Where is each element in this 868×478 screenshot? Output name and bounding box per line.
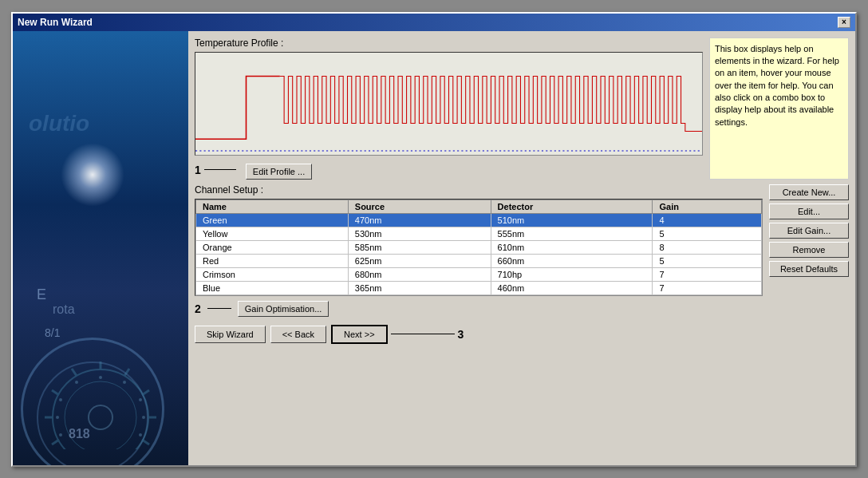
svg-line-4 — [124, 369, 129, 376]
cell-detector: 660nm — [491, 254, 653, 267]
next-button[interactable]: Next >> — [331, 325, 388, 344]
back-button[interactable]: << Back — [270, 326, 326, 343]
annotation-line-3 — [391, 334, 455, 334]
main-content: Temperature Profile : — [188, 31, 855, 465]
svg-line-7 — [142, 440, 149, 444]
create-new-button[interactable]: Create New... — [769, 184, 849, 200]
cell-detector: 710hp — [491, 267, 653, 281]
svg-line-11 — [52, 440, 59, 444]
svg-point-25 — [59, 398, 62, 401]
chart-container — [195, 52, 703, 156]
cell-name: Green — [196, 213, 349, 227]
cell-source: 680nm — [348, 267, 491, 281]
gain-optimisation-button[interactable]: Gain Optimisation... — [238, 301, 329, 317]
chart-area: Temperature Profile : — [195, 38, 703, 180]
watermark-text: olutio — [29, 111, 89, 136]
cell-name: Yellow — [196, 227, 349, 240]
col-header-gain: Gain — [653, 199, 762, 213]
svg-point-24 — [56, 416, 59, 419]
table-row[interactable]: Orange585nm610nm8 — [196, 240, 762, 254]
table-row[interactable]: Crimson680nm710hp7 — [196, 267, 762, 281]
table-row[interactable]: Yellow530nm555nm5 — [196, 227, 762, 240]
svg-point-15 — [99, 376, 102, 379]
cell-gain: 5 — [653, 254, 762, 267]
close-button[interactable]: × — [838, 17, 850, 28]
cell-gain: 7 — [653, 281, 762, 294]
cell-gain: 5 — [653, 227, 762, 240]
help-text: This box displays help on elements in th… — [715, 44, 839, 127]
channel-table: Name Source Detector Gain Green470nm510n… — [195, 199, 762, 295]
title-bar: New Run Wizard × — [13, 14, 855, 31]
cell-name: Orange — [196, 240, 349, 254]
cell-name: Crimson — [196, 267, 349, 281]
edit-profile-button[interactable]: Edit Profile ... — [246, 164, 312, 180]
channel-table-wrap: Name Source Detector Gain Green470nm510n… — [195, 199, 763, 296]
reset-defaults-button[interactable]: Reset Defaults — [769, 261, 849, 277]
window-title: New Run Wizard — [18, 17, 93, 28]
svg-point-18 — [142, 416, 145, 419]
svg-line-14 — [72, 369, 77, 376]
svg-point-19 — [139, 433, 142, 437]
label-81: 8/1 — [45, 326, 60, 339]
label-e: E — [37, 286, 46, 303]
cell-source: 365nm — [348, 281, 491, 294]
svg-point-23 — [59, 433, 62, 437]
svg-point-26 — [75, 381, 78, 384]
table-row[interactable]: Green470nm510nm4 — [196, 213, 762, 227]
top-section: Temperature Profile : — [195, 38, 849, 180]
gain-row: 2 Gain Optimisation... — [195, 301, 849, 317]
main-window: New Run Wizard × olutio E rota 8/1 — [11, 12, 857, 467]
channel-section: Channel Setup : Name Source Detector Gai… — [195, 184, 849, 296]
cell-source: 470nm — [348, 213, 491, 227]
svg-line-5 — [142, 390, 149, 395]
skip-wizard-button[interactable]: Skip Wizard — [195, 326, 266, 343]
edit-button[interactable]: Edit... — [769, 203, 849, 219]
channel-left: Channel Setup : Name Source Detector Gai… — [195, 184, 763, 296]
remove-button[interactable]: Remove — [769, 242, 849, 258]
annotation-line-1 — [204, 169, 236, 170]
svg-line-13 — [52, 390, 59, 395]
col-header-name: Name — [196, 199, 349, 213]
channel-setup-title: Channel Setup : — [195, 184, 763, 196]
cell-name: Blue — [196, 281, 349, 294]
table-header-row: Name Source Detector Gain — [196, 199, 762, 213]
edit-gain-button[interactable]: Edit Gain... — [769, 223, 849, 239]
cell-detector: 555nm — [491, 227, 653, 240]
cell-gain: 7 — [653, 267, 762, 281]
next-annotation: Next >> 3 — [331, 325, 464, 344]
cell-gain: 4 — [653, 213, 762, 227]
label-rota: rota — [53, 302, 75, 317]
cell-source: 530nm — [348, 227, 491, 240]
annotation-3-group: 3 — [391, 328, 464, 341]
svg-point-2 — [89, 405, 112, 429]
col-header-detector: Detector — [491, 199, 653, 213]
gear-svg — [21, 354, 180, 449]
annotation-line-2 — [207, 308, 231, 309]
temperature-chart — [195, 53, 702, 155]
table-row[interactable]: Blue365nm460nm7 — [196, 281, 762, 294]
cell-source: 585nm — [348, 240, 491, 254]
footer-buttons: Skip Wizard << Back Next >> 3 — [195, 325, 849, 344]
svg-point-17 — [139, 398, 142, 401]
svg-point-16 — [123, 381, 126, 384]
cell-name: Red — [196, 254, 349, 267]
bottom-section: 2 Gain Optimisation... Skip Wizard << Ba… — [195, 301, 849, 344]
col-header-source: Source — [348, 199, 491, 213]
cell-detector: 610nm — [491, 240, 653, 254]
chart-title: Temperature Profile : — [195, 38, 703, 49]
left-panel: olutio E rota 8/1 — [13, 31, 188, 465]
cell-gain: 8 — [653, 240, 762, 254]
window-body: olutio E rota 8/1 — [13, 31, 855, 465]
cell-detector: 510nm — [491, 213, 653, 227]
annotation-1: 1 — [195, 164, 236, 176]
label-818: 818 — [69, 427, 90, 441]
light-glow — [61, 143, 124, 207]
channel-buttons: Create New... Edit... Edit Gain... Remov… — [769, 184, 849, 296]
cell-source: 625nm — [348, 254, 491, 267]
help-panel: This box displays help on elements in th… — [709, 38, 849, 180]
cell-detector: 460nm — [491, 281, 653, 294]
table-row[interactable]: Red625nm660nm5 — [196, 254, 762, 267]
